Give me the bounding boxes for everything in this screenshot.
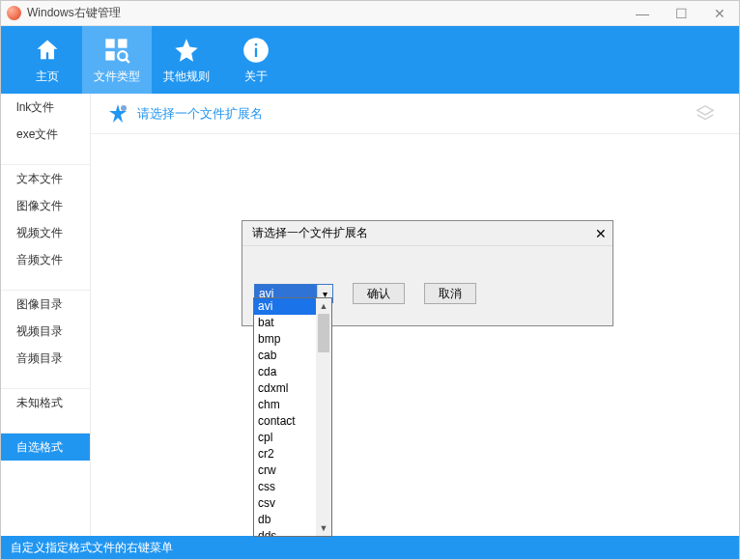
window-title: Windows右键管理	[27, 5, 121, 21]
layers-icon[interactable]	[695, 103, 716, 128]
sidebar-item-imagedir[interactable]: 图像目录	[1, 291, 90, 318]
cancel-button[interactable]: 取消	[424, 283, 476, 304]
sidebar-item-video[interactable]: 视频文件	[1, 219, 90, 246]
star-icon	[172, 36, 201, 65]
main-toolbar: 主页 文件类型 其他规则 关于	[1, 26, 739, 94]
svg-rect-1	[118, 39, 127, 47]
hint-bar: 请选择一个文件扩展名	[91, 94, 739, 134]
toolbar-label: 文件类型	[94, 69, 140, 85]
toolbar-home[interactable]: 主页	[13, 26, 82, 94]
sidebar-item-image[interactable]: 图像文件	[1, 192, 90, 219]
svg-rect-0	[105, 39, 114, 47]
sidebar-item-unknown[interactable]: 未知格式	[1, 389, 90, 416]
info-icon	[242, 36, 270, 65]
dialog-close-button[interactable]: ✕	[589, 226, 612, 241]
sidebar-item-lnk[interactable]: lnk文件	[1, 94, 90, 121]
sidebar: lnk文件 exe文件 文本文件 图像文件 视频文件 音频文件 图像目录 视频目…	[1, 94, 91, 536]
close-button[interactable]: ✕	[700, 6, 739, 21]
sidebar-item-exe[interactable]: exe文件	[1, 121, 90, 148]
puzzle-star-icon	[106, 102, 129, 126]
scrollbar[interactable]: ▲ ▼	[316, 298, 331, 536]
toolbar-label: 主页	[36, 69, 59, 85]
toolbar-label: 其他规则	[163, 69, 210, 85]
sidebar-item-audiodir[interactable]: 音频目录	[1, 345, 90, 372]
confirm-button[interactable]: 确认	[353, 283, 405, 304]
sidebar-item-text[interactable]: 文本文件	[1, 165, 90, 192]
sidebar-item-custom[interactable]: 自选格式	[1, 434, 90, 461]
svg-rect-6	[255, 47, 257, 56]
svg-point-3	[118, 51, 127, 60]
svg-point-9	[121, 105, 127, 111]
scroll-thumb[interactable]	[318, 314, 329, 352]
titlebar[interactable]: Windows右键管理 — ☐ ✕	[1, 1, 739, 26]
scroll-up-arrow[interactable]: ▲	[316, 298, 331, 314]
app-icon	[7, 6, 21, 20]
svg-marker-10	[697, 106, 714, 115]
toolbar-about[interactable]: 关于	[221, 26, 291, 94]
extension-dropdown[interactable]: avibatbmpcabcdacdxmlchmcontactcplcr2crwc…	[253, 297, 332, 537]
status-text: 自定义指定格式文件的右键菜单	[11, 540, 173, 556]
dialog-titlebar[interactable]: 请选择一个文件扩展名 ✕	[242, 221, 612, 246]
toolbar-rules[interactable]: 其他规则	[152, 26, 221, 94]
hint-text: 请选择一个文件扩展名	[137, 105, 263, 123]
scroll-down-arrow[interactable]: ▼	[316, 520, 331, 536]
status-bar: 自定义指定格式文件的右键菜单	[1, 536, 739, 559]
minimize-button[interactable]: —	[623, 6, 662, 21]
home-icon	[33, 36, 62, 65]
dialog-title: 请选择一个文件扩展名	[252, 225, 368, 241]
maximize-button[interactable]: ☐	[662, 6, 700, 21]
toolbar-filetype[interactable]: 文件类型	[82, 26, 152, 94]
svg-rect-7	[255, 43, 257, 45]
grid-search-icon	[102, 36, 131, 65]
svg-rect-2	[105, 51, 114, 60]
sidebar-item-videodir[interactable]: 视频目录	[1, 318, 90, 345]
svg-line-4	[126, 59, 129, 63]
sidebar-item-audio[interactable]: 音频文件	[1, 246, 90, 273]
toolbar-label: 关于	[244, 69, 268, 85]
